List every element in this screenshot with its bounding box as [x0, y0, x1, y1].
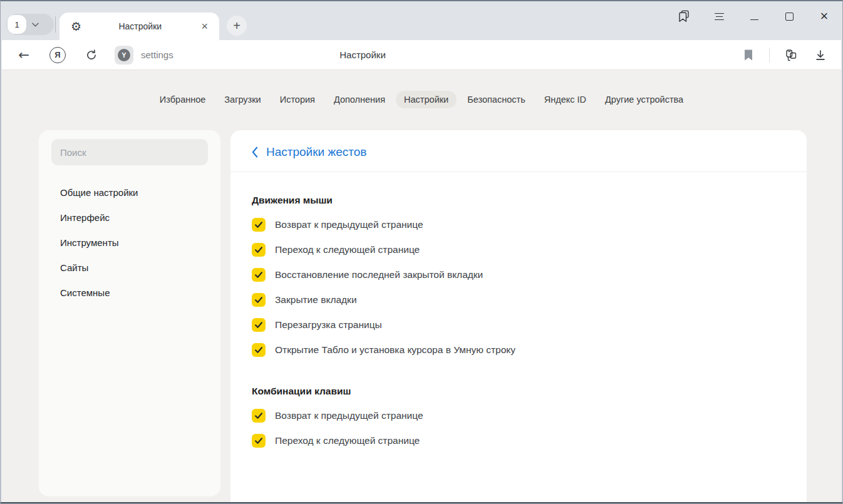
checkbox-checked[interactable]: [252, 409, 266, 423]
sidebar-item[interactable]: Сайты: [51, 255, 208, 280]
nav-tab[interactable]: Дополнения: [326, 91, 393, 108]
nav-tab[interactable]: Яндекс ID: [536, 91, 594, 108]
section-heading: Комбинации клавиш: [252, 386, 785, 397]
new-tab-button[interactable]: +: [227, 16, 247, 36]
checkmark-icon: [254, 296, 263, 304]
keyboard-shortcuts-list: Возврат к предыдущей странице Переход к …: [252, 409, 785, 448]
maximize-icon: [785, 13, 794, 21]
toolbar-right-actions: [739, 46, 841, 64]
tab-counter[interactable]: 1: [6, 14, 54, 35]
settings-favicon-icon: Y: [118, 49, 130, 61]
downloads-button[interactable]: [811, 46, 830, 64]
settings-main-panel: Настройки жестов Движения мыши Воз: [230, 130, 807, 502]
bookmark-icon: [743, 49, 754, 61]
mouse-gestures-list: Возврат к предыдущей странице Переход к …: [252, 218, 785, 357]
toolbar-divider: [769, 48, 770, 63]
gestures-header-back[interactable]: Настройки жестов: [230, 130, 807, 172]
sidebar-item[interactable]: Интерфейс: [51, 205, 208, 230]
checkmark-icon: [254, 412, 263, 419]
checkbox-label: Открытие Табло и установка курсора в Умн…: [275, 344, 515, 356]
checkmark-icon: [254, 321, 263, 329]
sidebar-list: Общие настройки Интерфейс Инструменты Са…: [51, 180, 208, 305]
gear-icon: ⚙: [71, 21, 81, 33]
gesture-setting-row: Переход к следующей странице: [252, 243, 785, 257]
yandex-logo-icon[interactable]: Я: [49, 47, 66, 63]
reload-icon: [85, 48, 98, 62]
url-text[interactable]: settings: [141, 49, 173, 60]
extensions-icon[interactable]: [781, 46, 800, 64]
nav-tab[interactable]: Избранное: [152, 91, 214, 108]
sidebar-item[interactable]: Инструменты: [51, 230, 208, 255]
site-favicon: Y: [115, 46, 133, 64]
settings-nav: Избранное Загрузки История Дополнения На…: [2, 70, 841, 108]
tabstrip-divider: [55, 16, 56, 33]
checkmark-icon: [254, 271, 263, 279]
back-arrow-icon: ←: [18, 48, 29, 63]
close-icon: ×: [820, 11, 829, 22]
gesture-setting-row: Возврат к предыдущей странице: [252, 218, 785, 232]
section-heading: Движения мыши: [252, 195, 785, 206]
checkbox-checked[interactable]: [252, 343, 266, 357]
mouse-gestures-section: Движения мыши Возврат к предыдущей стран…: [252, 195, 785, 357]
checkmark-icon: [254, 221, 263, 229]
gesture-setting-row: Восстановление последней закрытой вкладк…: [252, 268, 785, 282]
checkmark-icon: [254, 437, 263, 445]
gesture-setting-row: Открытие Табло и установка курсора в Умн…: [252, 343, 785, 357]
nav-tab[interactable]: Настройки: [396, 91, 457, 108]
yandex-logo-letter: Я: [54, 50, 60, 59]
search-input[interactable]: [51, 139, 208, 165]
gesture-setting-row: Переход к следующей странице: [252, 434, 785, 448]
maximize-button[interactable]: [780, 8, 798, 25]
checkbox-checked[interactable]: [252, 318, 266, 332]
tab-close-icon[interactable]: ×: [199, 19, 210, 33]
sidebar-item[interactable]: Системные: [51, 280, 208, 305]
gesture-setting-row: Перезагрузка страницы: [252, 318, 785, 332]
sidebar-item[interactable]: Общие настройки: [51, 180, 208, 205]
toolbar: ← Я Y settings Настройки: [2, 40, 841, 70]
page-title: Настройки жестов: [266, 145, 366, 159]
checkbox-checked[interactable]: [252, 268, 266, 282]
omnibox-page-title[interactable]: Настройки: [339, 49, 386, 60]
hamburger-lines: [715, 13, 724, 20]
checkbox-checked[interactable]: [252, 293, 266, 307]
checkbox-label: Возврат к предыдущей странице: [275, 410, 423, 421]
nav-tab[interactable]: Загрузки: [216, 91, 269, 108]
gesture-setting-row: Закрытие вкладки: [252, 293, 785, 307]
side-panel-icon[interactable]: [675, 8, 693, 25]
chevron-left-icon: [252, 147, 258, 158]
checkmark-icon: [254, 346, 263, 354]
checkbox-label: Закрытие вкладки: [275, 294, 357, 306]
nav-tab[interactable]: Безопасность: [459, 91, 534, 108]
checkbox-checked[interactable]: [252, 243, 266, 257]
checkbox-label: Возврат к предыдущей странице: [275, 219, 423, 230]
gesture-setting-row: Возврат к предыдущей странице: [252, 409, 785, 423]
titlebar: 1 ⚙ Настройки × + ×: [0, 1, 843, 40]
checkbox-label: Восстановление последней закрытой вкладк…: [275, 269, 483, 280]
settings-sidebar: Общие настройки Интерфейс Инструменты Са…: [39, 130, 220, 496]
reload-button[interactable]: [82, 46, 101, 64]
settings-page: Избранное Загрузки История Дополнения На…: [2, 70, 841, 502]
tab-count-badge[interactable]: 1: [8, 15, 26, 34]
keyboard-shortcuts-section: Комбинации клавиш Возврат к предыдущей с…: [252, 386, 785, 448]
minimize-icon: [750, 19, 758, 20]
back-button[interactable]: ←: [14, 46, 33, 64]
close-button[interactable]: ×: [815, 8, 833, 25]
checkmark-icon: [254, 246, 263, 254]
checkbox-label: Перезагрузка страницы: [275, 319, 382, 331]
checkbox-checked[interactable]: [252, 218, 266, 232]
checkbox-label: Переход к следующей странице: [275, 435, 420, 446]
nav-tab[interactable]: История: [272, 91, 323, 108]
download-icon: [814, 48, 827, 62]
menu-icon[interactable]: [710, 8, 728, 25]
nav-tab[interactable]: Другие устройства: [597, 91, 691, 108]
checkbox-label: Переход к следующей странице: [275, 244, 420, 255]
browser-tab-settings[interactable]: ⚙ Настройки ×: [59, 13, 219, 40]
window-controls: ×: [675, 6, 833, 26]
tab-title: Настройки: [81, 21, 199, 31]
gestures-content: Движения мыши Возврат к предыдущей стран…: [230, 172, 807, 448]
bookmark-button[interactable]: [739, 46, 758, 64]
minimize-button[interactable]: [745, 8, 763, 25]
chevron-down-icon[interactable]: [32, 23, 39, 27]
checkbox-checked[interactable]: [252, 434, 266, 448]
